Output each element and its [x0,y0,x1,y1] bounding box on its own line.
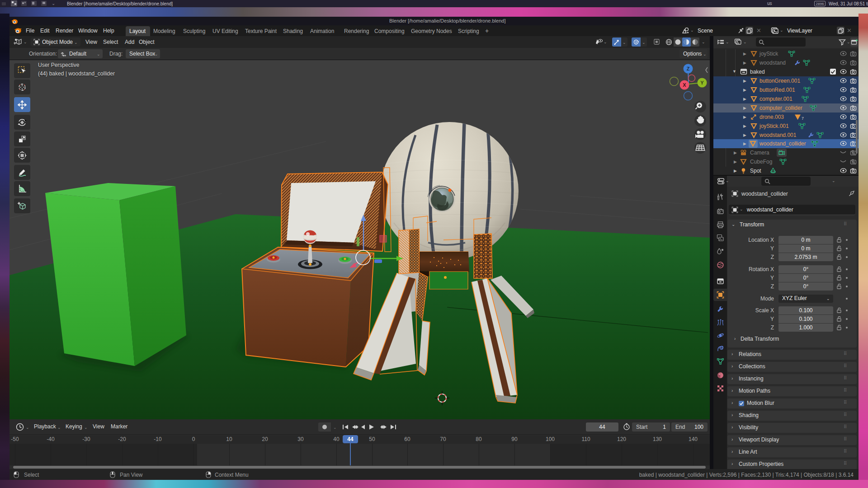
svg-text:Y: Y [700,80,704,85]
svg-text:Z: Z [687,66,690,71]
svg-text:X: X [683,82,686,88]
